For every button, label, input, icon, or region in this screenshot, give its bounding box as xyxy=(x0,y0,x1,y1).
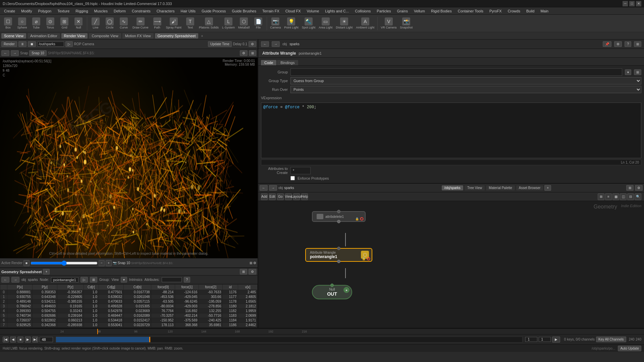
tl-next-frame[interactable]: ▶| xyxy=(32,337,38,343)
attr-settings-btn[interactable]: ⚙ xyxy=(614,41,622,47)
tool-text[interactable]: T Text xyxy=(183,17,197,30)
tl-prev-frame[interactable]: ◀ xyxy=(10,337,16,343)
menu-deform[interactable]: Deform xyxy=(111,8,128,14)
attr-expand-btn[interactable]: ⊞ xyxy=(634,41,641,47)
menu-modify[interactable]: Modify xyxy=(18,8,35,14)
snap-settings-btn[interactable]: ⚙ xyxy=(240,50,248,56)
menu-volume[interactable]: Volume xyxy=(304,8,322,14)
frame-start-input[interactable] xyxy=(525,337,537,342)
menu-crowds[interactable]: Crowds xyxy=(505,8,523,14)
ng-icon2[interactable]: ≡ xyxy=(605,193,612,200)
tool-point-light[interactable]: 💡 Point Light xyxy=(283,17,300,30)
menu-create[interactable]: Create xyxy=(1,8,18,14)
geo-node-name[interactable]: pointwrangle1 xyxy=(51,277,79,283)
stop-render-button[interactable]: ⏹ xyxy=(28,41,36,47)
menu-guide-process[interactable]: Guide Process xyxy=(199,8,228,14)
ng-tab-obj-sparks[interactable]: /obj/sparks xyxy=(442,185,463,190)
tool-platonic[interactable]: △ Platonic Solids xyxy=(198,17,220,30)
geo-node-btn[interactable]: ▷ xyxy=(80,277,88,283)
attr-pin-btn[interactable]: 📌 xyxy=(603,41,611,47)
menu-guide-brushes[interactable]: Guide Brushes xyxy=(229,8,259,14)
tl-play-fwd[interactable]: ▶ xyxy=(552,337,560,343)
geo-nav-back[interactable]: ← xyxy=(1,277,9,283)
tool-snapshot[interactable]: 📸 Snapshot xyxy=(398,17,414,30)
tool-path[interactable]: ⟶ Path xyxy=(151,17,164,30)
render-path-input[interactable] xyxy=(37,42,64,47)
rt-btn1[interactable]: ← xyxy=(1,50,9,56)
node-attribdelete1[interactable]: attribdelete1 🔒 ⭕ xyxy=(312,211,366,222)
tool-spray-paint[interactable]: 🖌 Spray Paint xyxy=(165,17,183,30)
ng-icon1[interactable]: ⊞ xyxy=(598,193,604,200)
view-toggle-2[interactable]: ⊞ xyxy=(250,261,252,265)
geo-settings-btn[interactable]: ⊞ xyxy=(240,269,247,275)
attr-nav-fwd[interactable]: → xyxy=(272,41,280,47)
ng-settings-btn[interactable]: ⊞ xyxy=(626,185,634,191)
tool-area-light[interactable]: ▭ Area Light xyxy=(317,17,334,30)
tl-stop[interactable]: ■ xyxy=(17,337,23,343)
ng-icon5[interactable]: ⊟ xyxy=(627,193,634,200)
geo-nav-fwd[interactable]: → xyxy=(11,277,19,283)
node-canvas[interactable]: Indie Edition Geometry attribdelete1 xyxy=(258,201,644,328)
ng-view-btn[interactable]: View xyxy=(285,193,292,200)
ng-nav-fwd[interactable]: → xyxy=(269,185,277,191)
tool-l-system[interactable]: L L-System xyxy=(221,17,236,30)
menu-container-tools[interactable]: Container Tools xyxy=(455,8,486,14)
tl-plus-btn[interactable]: + xyxy=(106,260,112,266)
tl-minus-btn[interactable]: − xyxy=(99,260,105,266)
ng-add-tab[interactable]: + xyxy=(544,185,551,191)
menu-vellum[interactable]: Vellum xyxy=(411,8,428,14)
ng-tab-asset-browser[interactable]: Asset Browser xyxy=(516,185,543,190)
tl-go-start[interactable]: |◀ xyxy=(3,337,9,343)
menu-build[interactable]: Build xyxy=(524,8,537,14)
group-field-btn[interactable]: ▾ xyxy=(625,69,631,75)
auto-update-btn[interactable]: Auto Update xyxy=(618,346,641,351)
menu-main[interactable]: Main xyxy=(538,8,551,14)
geo-toggle-btn[interactable]: ⚙ xyxy=(249,269,256,275)
attributes-filter[interactable] xyxy=(162,277,182,282)
menu-pyrofx[interactable]: PyroFX xyxy=(487,8,504,14)
menu-grains[interactable]: Grains xyxy=(394,8,411,14)
group-ref-btn[interactable]: ⊞ xyxy=(634,69,641,75)
minimize-button[interactable]: ─ xyxy=(623,1,628,6)
menu-polygon[interactable]: Polygon xyxy=(35,8,54,14)
tab-motion-fx-view[interactable]: Motion FX View xyxy=(122,33,154,39)
tool-vr-camera[interactable]: V VR Camera xyxy=(379,17,398,30)
tool-sphere[interactable]: ○ Sphere xyxy=(15,17,29,30)
tool-file[interactable]: 📄 File xyxy=(252,17,265,30)
frame-end-input[interactable] xyxy=(539,337,551,342)
tool-camera[interactable]: 📷 Camera xyxy=(269,17,282,30)
tool-torus[interactable]: ⊙ Torus xyxy=(44,17,57,30)
run-over-select[interactable]: Points Primitives Vertices Detail xyxy=(290,86,641,93)
geo-help-btn[interactable]: ? xyxy=(184,277,191,283)
menu-rigging[interactable]: Rigging xyxy=(73,8,91,14)
ng-toggle-btn[interactable]: ⚙ xyxy=(635,185,643,191)
frame-number-input[interactable] xyxy=(40,337,53,342)
ng-edit-btn[interactable]: Edit xyxy=(269,193,276,200)
tool-spot-light[interactable]: 🔦 Spot Light xyxy=(301,17,317,30)
tool-box[interactable]: ☐ Box xyxy=(1,17,15,30)
tab-animation-editor[interactable]: Animation Editor xyxy=(28,33,60,39)
code-search-input[interactable] xyxy=(263,161,621,164)
tool-line[interactable]: ╱ Line xyxy=(89,17,102,30)
menu-terrain-fx[interactable]: Terrain FX xyxy=(260,8,282,14)
menu-collisions[interactable]: Collisions xyxy=(352,8,373,14)
tab-scene-view[interactable]: Scene View xyxy=(1,33,26,39)
menu-characters[interactable]: Characters xyxy=(154,8,177,14)
update-time-btn[interactable]: Update Time xyxy=(208,41,232,47)
tool-ambient-light[interactable]: A Ambient Light xyxy=(355,17,376,30)
node-null-out[interactable]: Null OUT ● xyxy=(312,285,352,299)
menu-rigid-bodies[interactable]: Rigid Bodies xyxy=(428,8,454,14)
tab-code[interactable]: Code xyxy=(261,60,276,65)
code-editor[interactable]: @force = @force * 200; xyxy=(261,103,641,158)
close-button[interactable]: ✕ xyxy=(636,1,641,6)
tool-draw-curve[interactable]: ✏ Draw Curve xyxy=(131,17,150,30)
tool-metaball[interactable]: ⬡ Metaball xyxy=(237,17,251,30)
menu-particles[interactable]: Particles xyxy=(374,8,393,14)
ng-icon4[interactable]: ◫ xyxy=(620,193,627,200)
tab-render-view[interactable]: Render View xyxy=(61,33,88,39)
group-field-input[interactable] xyxy=(290,68,622,76)
snap-value[interactable]: Snap 10 xyxy=(29,50,46,56)
enforce-checkbox[interactable] xyxy=(290,176,295,180)
view-toggle-btn[interactable]: ⊞ xyxy=(249,50,256,56)
group-type-select[interactable]: Guess from Group Points Primitives Edges xyxy=(290,77,641,84)
